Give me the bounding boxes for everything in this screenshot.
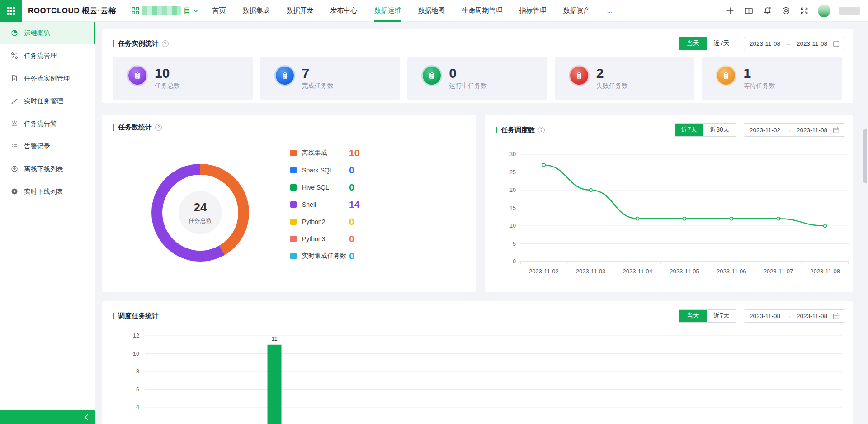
arrow-right-icon: → bbox=[786, 313, 791, 319]
date-range-picker[interactable]: 2023-11-02 → 2023-11-08 bbox=[744, 123, 845, 137]
date-start: 2023-11-08 bbox=[750, 40, 780, 47]
fullscreen-icon bbox=[800, 7, 808, 15]
legend-value: 0 bbox=[349, 251, 367, 262]
svg-text:10: 10 bbox=[133, 351, 139, 357]
stat-value: 0 bbox=[449, 66, 487, 81]
toggle-7days-button[interactable]: 近7天 bbox=[675, 124, 704, 136]
legend-value: 0 bbox=[349, 182, 367, 193]
schedule-task-stats-card: 调度任务统计 当天 近7天 2023-11-08 → 2023-11-08 12… bbox=[102, 301, 853, 424]
legend-swatch bbox=[290, 184, 297, 191]
legend-label: Python2 bbox=[302, 218, 349, 225]
stat-value: 10 bbox=[155, 66, 180, 81]
project-selector[interactable]: 目 bbox=[132, 6, 198, 15]
sidebar-item-offline-list[interactable]: 离线下线列表 bbox=[0, 157, 95, 180]
arrow-right-icon: → bbox=[786, 127, 791, 133]
scrollbar-thumb[interactable] bbox=[863, 129, 867, 183]
svg-text:5: 5 bbox=[513, 241, 516, 247]
sidebar-item-label: 实时任务管理 bbox=[24, 97, 63, 105]
range-toggle: 当天 近7天 bbox=[679, 37, 736, 50]
settings-button[interactable] bbox=[781, 6, 791, 16]
stat-value: 2 bbox=[596, 66, 628, 81]
nav-item[interactable]: 发布中心 bbox=[330, 0, 357, 22]
legend-value: 14 bbox=[349, 199, 367, 210]
sidebar-item-label: 任务流实例管理 bbox=[24, 74, 70, 83]
help-icon[interactable] bbox=[155, 124, 162, 131]
toggle-7days-button[interactable]: 近7天 bbox=[707, 37, 736, 50]
sidebar-collapse-button[interactable] bbox=[0, 410, 95, 424]
sidebar-item-alert-records[interactable]: 告警记录 bbox=[0, 135, 95, 157]
instance-doc-icon bbox=[11, 75, 18, 82]
svg-text:2023-11-06: 2023-11-06 bbox=[717, 268, 746, 275]
project-name-suffix: 目 bbox=[184, 6, 190, 15]
card-title: 调度任务统计 bbox=[118, 312, 159, 320]
offline-download-icon bbox=[11, 165, 18, 172]
legend-item[interactable]: Hive SQL 0 bbox=[290, 179, 367, 196]
stat-label: 运行中任务数 bbox=[449, 82, 487, 90]
legend-label: 实时集成任务数 bbox=[302, 252, 349, 260]
toggle-30days-button[interactable]: 近30天 bbox=[703, 124, 736, 136]
settings-icon bbox=[782, 6, 790, 15]
toggle-today-button[interactable]: 当天 bbox=[679, 310, 707, 322]
legend-value: 10 bbox=[349, 148, 367, 158]
nav-item[interactable]: 数据地图 bbox=[418, 0, 445, 22]
donut-total-label: 任务总数 bbox=[189, 217, 212, 225]
sidebar-item-workflow-instance[interactable]: 任务流实例管理 bbox=[0, 67, 95, 90]
nav-item[interactable]: 数据运维 bbox=[374, 0, 401, 22]
svg-text:25: 25 bbox=[509, 169, 516, 176]
legend-item[interactable]: Spark SQL 0 bbox=[290, 162, 367, 179]
nav-item[interactable]: 数据集成 bbox=[242, 0, 269, 22]
sidebar-item-workflow-management[interactable]: 任务流管理 bbox=[0, 44, 95, 67]
nav-item[interactable]: ... bbox=[607, 0, 613, 22]
stat-tile: 10 任务总数 bbox=[113, 57, 253, 100]
title-accent-bar bbox=[113, 40, 114, 47]
svg-text:20: 20 bbox=[509, 187, 516, 193]
help-icon[interactable] bbox=[538, 127, 545, 133]
legend-item[interactable]: 实时集成任务数 0 bbox=[290, 248, 367, 265]
range-toggle: 当天 近7天 bbox=[679, 309, 736, 323]
donut-legend: 离线集成 10 Spark SQL 0 Hive SQL 0 S bbox=[290, 144, 367, 265]
stat-tiles: 10 任务总数 bbox=[113, 57, 842, 100]
svg-text:15: 15 bbox=[509, 205, 516, 211]
user-avatar[interactable] bbox=[818, 5, 830, 17]
legend-item[interactable]: Python3 0 bbox=[290, 230, 367, 248]
range-toggle: 近7天 近30天 bbox=[675, 123, 736, 137]
legend-label: 离线集成 bbox=[302, 149, 349, 157]
stat-tile: 2 失败任务数 bbox=[555, 57, 695, 100]
card-title: 任务实例统计 bbox=[118, 39, 159, 48]
legend-item[interactable]: 离线集成 10 bbox=[290, 144, 367, 162]
help-icon[interactable] bbox=[162, 40, 169, 47]
toggle-today-button[interactable]: 当天 bbox=[679, 37, 707, 50]
legend-value: 0 bbox=[349, 233, 367, 244]
sidebar-item-label: 告警记录 bbox=[24, 142, 50, 151]
sidebar-item-overview[interactable]: 运维概览 bbox=[0, 22, 95, 44]
sidebar-item-realtime-task[interactable]: 实时任务管理 bbox=[0, 90, 95, 112]
username-redacted bbox=[839, 7, 860, 15]
app-launcher-button[interactable] bbox=[0, 0, 22, 22]
notifications-button[interactable] bbox=[762, 6, 772, 16]
legend-item[interactable]: Shell 14 bbox=[290, 196, 367, 213]
notification-dot bbox=[768, 7, 770, 9]
nav-item[interactable]: 数据开发 bbox=[286, 0, 313, 22]
nav-item[interactable]: 生命周期管理 bbox=[462, 0, 502, 22]
fullscreen-button[interactable] bbox=[799, 6, 809, 16]
bell-icon bbox=[763, 6, 772, 15]
stat-label: 失败任务数 bbox=[596, 82, 628, 90]
legend-label: Spark SQL bbox=[302, 167, 349, 174]
svg-text:8: 8 bbox=[136, 368, 139, 375]
date-range-picker[interactable]: 2023-11-08 → 2023-11-08 bbox=[744, 37, 845, 50]
sidebar-item-workflow-alert[interactable]: 任务流告警 bbox=[0, 112, 95, 135]
nav-item[interactable]: 首页 bbox=[212, 0, 226, 22]
docs-button[interactable] bbox=[744, 6, 754, 16]
add-button[interactable] bbox=[725, 6, 735, 16]
legend-value: 0 bbox=[349, 165, 367, 176]
nav-item[interactable]: 数据资产 bbox=[563, 0, 590, 22]
nav-item[interactable]: 指标管理 bbox=[519, 0, 546, 22]
stat-value: 7 bbox=[302, 66, 334, 81]
legend-item[interactable]: Python2 0 bbox=[290, 213, 367, 230]
toggle-7days-button[interactable]: 近7天 bbox=[707, 310, 736, 322]
sidebar-item-realtime-list[interactable]: 实时下线列表 bbox=[0, 180, 95, 203]
date-range-picker[interactable]: 2023-11-08 → 2023-11-08 bbox=[744, 309, 845, 323]
title-accent-bar bbox=[113, 124, 114, 131]
date-end: 2023-11-08 bbox=[797, 127, 827, 133]
task-schedule-count-card: 任务调度数 近7天 近30天 2023-11-02 → 2023-11-08 0… bbox=[485, 115, 853, 292]
